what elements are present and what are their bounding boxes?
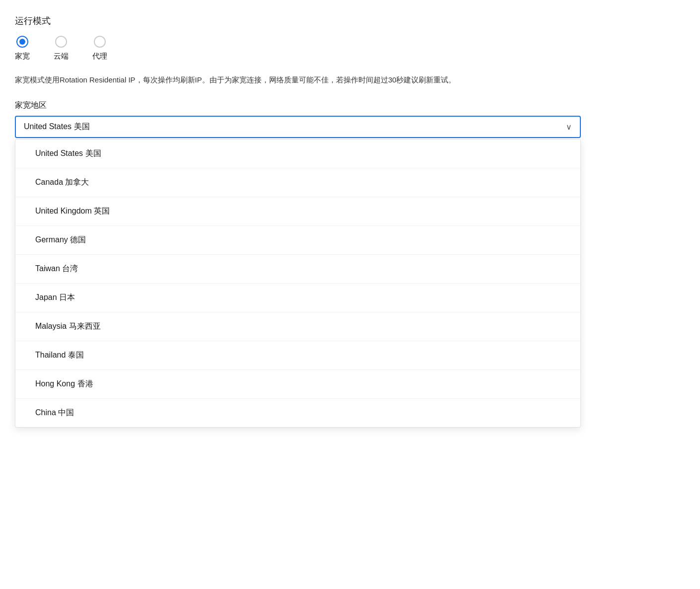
radio-daili[interactable]: 代理 [92, 36, 107, 61]
radio-circle-daili[interactable] [94, 36, 106, 48]
chevron-down-icon: ∨ [566, 122, 572, 132]
section-title: 运行模式 [15, 15, 685, 27]
selected-region-text: United States 美国 [24, 122, 90, 132]
dropdown-item-tw[interactable]: Taiwan 台湾 [15, 255, 580, 284]
dropdown-list: United States 美国 Canada 加拿大 United Kingd… [15, 139, 581, 428]
radio-group: 家宽 云端 代理 [15, 36, 685, 61]
radio-jiakuan[interactable]: 家宽 [15, 36, 30, 61]
dropdown-item-uk[interactable]: United Kingdom 英国 [15, 197, 580, 226]
dropdown-item-hk[interactable]: Hong Kong 香港 [15, 370, 580, 399]
radio-circle-jiakuan[interactable] [16, 36, 28, 48]
dropdown-item-ca[interactable]: Canada 加拿大 [15, 168, 580, 197]
radio-yunduan[interactable]: 云端 [54, 36, 69, 61]
dropdown-wrapper: United States 美国 ∨ United States 美国 Cana… [15, 116, 581, 138]
dropdown-item-us[interactable]: United States 美国 [15, 140, 580, 168]
dropdown-item-cn[interactable]: China 中国 [15, 399, 580, 427]
description-text: 家宽模式使用Rotation Residential IP，每次操作均刷新IP。… [15, 73, 561, 86]
dropdown-item-my[interactable]: Malaysia 马来西亚 [15, 312, 580, 341]
dropdown-item-de[interactable]: Germany 德国 [15, 226, 580, 255]
dropdown-item-jp[interactable]: Japan 日本 [15, 284, 580, 312]
region-label: 家宽地区 [15, 100, 685, 111]
radio-label-daili: 代理 [92, 52, 107, 61]
radio-label-yunduan: 云端 [54, 52, 69, 61]
radio-circle-yunduan[interactable] [55, 36, 67, 48]
radio-label-jiakuan: 家宽 [15, 52, 30, 61]
dropdown-selected[interactable]: United States 美国 ∨ [15, 116, 581, 138]
dropdown-item-th[interactable]: Thailand 泰国 [15, 341, 580, 370]
